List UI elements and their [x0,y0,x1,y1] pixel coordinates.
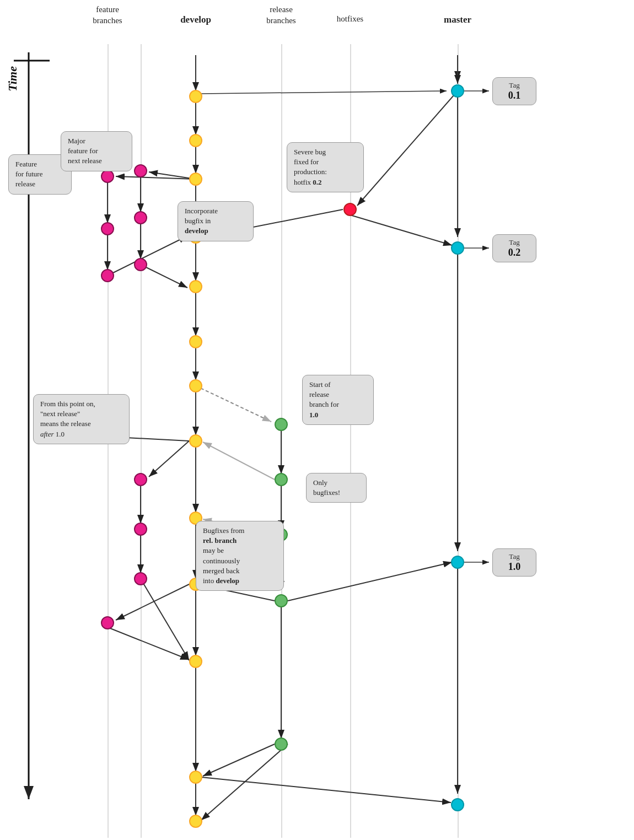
lane-master [458,44,459,838]
callout-incorporate-bugfix: Incorporatebugfix indevelop [178,201,254,241]
svg-line-50 [116,584,189,620]
tag-10-label: Tag [501,552,528,561]
tag-10-value: 1.0 [501,561,528,573]
svg-line-47 [149,441,189,477]
node-feature-2a [134,164,147,177]
node-master-4 [451,798,464,811]
node-feature-1b [101,222,114,235]
node-develop-11 [189,655,202,668]
lane-feature2 [141,44,142,838]
svg-line-51 [141,579,189,660]
header-hotfixes: hotfixes [325,14,375,25]
header-master: master [433,14,482,26]
node-feature-2b [134,211,147,224]
svg-line-26 [141,265,187,288]
node-develop-13 [189,815,202,828]
node-develop-7 [189,379,202,392]
node-develop-6 [189,335,202,348]
svg-line-32 [201,91,447,94]
tag-01: Tag 0.1 [492,77,536,105]
node-develop-5 [189,280,202,293]
header-feature-branches: featurebranches [77,4,138,26]
node-master-2 [451,241,464,255]
node-feature-4a [101,616,114,629]
callout-start-release: Start ofreleasebranch for1.0 [302,375,374,425]
node-master-1 [451,84,464,98]
lane-release [281,44,282,838]
tag-10: Tag 1.0 [492,548,536,577]
svg-line-29 [357,91,458,206]
svg-line-45 [203,744,275,776]
svg-line-54 [201,744,288,820]
node-develop-2 [189,134,202,147]
svg-line-25 [108,236,187,276]
callout-next-release: From this point on,"next release"means t… [33,394,130,444]
svg-line-53 [201,777,451,803]
node-develop-3 [189,173,202,186]
node-release-4 [275,594,288,607]
header-release-branches: releasebranches [248,4,314,26]
node-master-3 [451,556,464,569]
node-feature-1c [101,269,114,282]
header-develop: develop [165,14,226,26]
node-develop-8 [189,434,202,448]
time-label: Time [6,66,20,91]
svg-line-41 [288,562,452,601]
callout-only-bugfixes: Onlybugfixes! [306,473,367,503]
callout-severe-bug: Severe bugfixed forproduction:hotfix 0.2 [287,142,364,192]
tag-02: Tag 0.2 [492,234,536,262]
node-develop-12 [189,771,202,784]
node-feature-3c [134,523,147,536]
svg-line-27 [116,176,196,179]
node-release-1 [275,418,288,431]
node-hotfix-1 [343,203,357,216]
tag-01-label: Tag [501,81,528,90]
diagram-canvas: featurebranches develop releasebranches … [0,0,634,840]
callout-bugfixes-merged: Bugfixes fromrel. branchmay becontinuous… [196,521,284,591]
node-feature-1a [101,170,114,183]
node-develop-1 [189,90,202,103]
svg-line-30 [350,215,452,245]
node-feature-3d [134,572,147,585]
node-release-2 [275,473,288,486]
callout-major-feature: Majorfeature fornext release [61,131,132,171]
node-feature-2c [134,258,147,271]
tag-01-value: 0.1 [501,90,528,101]
svg-line-36 [196,386,271,422]
tag-02-label: Tag [501,238,528,247]
svg-line-42 [203,442,275,480]
svg-line-52 [108,627,189,660]
node-feature-3b [134,473,147,486]
node-release-5 [275,737,288,751]
tag-02-value: 0.2 [501,247,528,259]
